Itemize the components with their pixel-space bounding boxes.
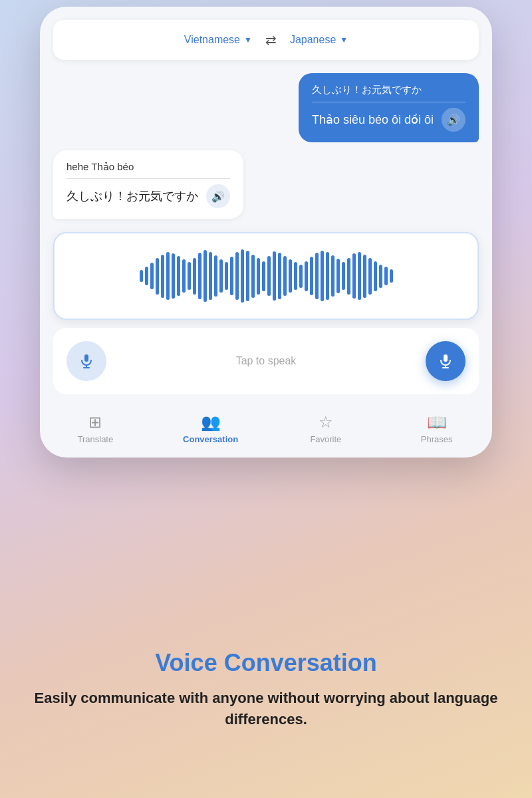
waveform-bar <box>331 255 334 297</box>
left-mic-icon <box>78 353 94 369</box>
waveform-bar <box>289 259 292 293</box>
waveform-bar <box>336 259 340 293</box>
footer-subtitle: Easily communicate with anyone without w… <box>27 688 505 730</box>
translate-icon: ⊞ <box>88 413 102 432</box>
waveform-bar <box>156 258 159 295</box>
sent-translated-row: Thảo siêu béo ôi dồi ôi 🔊 <box>312 108 466 132</box>
waveform-bar <box>374 261 377 291</box>
sent-message-bubble: 久しぶり！お元気ですか Thảo siêu béo ôi dồi ôi 🔊 <box>299 73 479 142</box>
footer-title: Voice Conversation <box>27 649 505 677</box>
waveform-bar <box>209 252 212 300</box>
tab-translate[interactable]: ⊞ Translate <box>72 413 118 444</box>
waveform-bar <box>262 261 265 291</box>
mic-row: Tap to speak <box>66 341 466 381</box>
waveform-bar <box>273 251 276 301</box>
waveform-bar <box>150 263 154 289</box>
phrases-icon: 📖 <box>427 413 447 432</box>
waveform-bar <box>182 259 186 293</box>
received-translated-row: 久しぶり！お元気ですか 🔊 <box>66 184 230 208</box>
waveform-bar <box>379 265 382 288</box>
received-translated-text: 久しぶり！お元気ですか <box>66 188 198 204</box>
waveform-container <box>53 232 479 320</box>
waveform-bar <box>305 261 308 291</box>
right-mic-button[interactable] <box>426 341 466 381</box>
conversation-icon: 👥 <box>201 413 221 432</box>
waveform-bar <box>299 265 303 288</box>
received-original-text: hehe Thảo béo <box>66 161 230 179</box>
waveform-bar <box>278 253 281 299</box>
waveform-bar <box>140 270 143 282</box>
target-language-label: Japanese <box>290 34 336 46</box>
source-language-btn[interactable]: Vietnamese ▼ <box>184 34 252 46</box>
waveform-bar <box>177 256 180 296</box>
waveform-bar <box>352 253 356 299</box>
waveform-bar <box>363 255 366 298</box>
sent-translated-text: Thảo siêu béo ôi dồi ôi <box>312 112 434 127</box>
received-speaker-icon: 🔊 <box>211 190 225 203</box>
waveform-bar <box>267 256 271 296</box>
waveform-bar <box>214 255 217 297</box>
left-mic-button[interactable] <box>66 341 106 381</box>
waveform-bar <box>198 253 201 299</box>
waveform-bar <box>166 252 170 300</box>
received-speaker-button[interactable]: 🔊 <box>206 184 230 208</box>
target-language-btn[interactable]: Japanese ▼ <box>290 34 348 46</box>
tab-phrases-label: Phrases <box>421 434 453 444</box>
waveform-bar <box>310 257 313 295</box>
waveform-bar <box>390 269 393 283</box>
waveform-bar <box>315 253 319 299</box>
language-selector: Vietnamese ▼ ⇄ Japanese ▼ <box>53 20 479 60</box>
sent-speaker-button[interactable]: 🔊 <box>442 108 466 132</box>
waveform-bar <box>358 252 361 300</box>
sent-speaker-icon: 🔊 <box>447 114 460 126</box>
favorite-icon: ☆ <box>319 413 333 432</box>
waveform-bar <box>368 258 372 295</box>
phone-area: Vietnamese ▼ ⇄ Japanese ▼ 久しぶり！お元気ですか Th… <box>0 0 532 625</box>
sent-original-text: 久しぶり！お元気ですか <box>312 84 466 102</box>
waveform-bar <box>347 258 350 295</box>
waveform-bar <box>193 258 196 295</box>
tab-phrases[interactable]: 📖 Phrases <box>414 413 460 444</box>
footer-section: Voice Conversation Easily communicate wi… <box>0 625 532 743</box>
tab-favorite-label: Favorite <box>310 434 341 444</box>
tap-to-speak-label: Tap to speak <box>122 355 410 367</box>
waveform-bar <box>257 258 260 295</box>
chat-area: 久しぶり！お元気ですか Thảo siêu béo ôi dồi ôi 🔊 he… <box>40 68 492 227</box>
bottom-controls: Tap to speak <box>53 328 479 394</box>
source-language-chevron: ▼ <box>244 35 252 45</box>
waveform-bar <box>246 251 249 301</box>
waveform-bar <box>326 252 329 300</box>
target-language-chevron: ▼ <box>340 35 348 45</box>
waveform-bar <box>161 255 164 298</box>
swap-languages-icon[interactable]: ⇄ <box>265 32 277 48</box>
svg-rect-0 <box>84 354 88 362</box>
waveform-bar <box>230 257 233 295</box>
waveform-bar <box>384 267 388 285</box>
waveform-bar <box>241 249 244 303</box>
tab-translate-label: Translate <box>78 434 114 444</box>
tab-bar: ⊞ Translate 👥 Conversation ☆ Favorite 📖 … <box>40 402 492 458</box>
source-language-label: Vietnamese <box>184 34 240 46</box>
waveform-bar <box>172 253 175 299</box>
tab-conversation[interactable]: 👥 Conversation <box>183 413 238 444</box>
waveform-bar <box>188 262 191 290</box>
waveform-bar <box>342 262 345 290</box>
waveform-bar <box>203 250 207 302</box>
waveform-bar <box>235 252 239 300</box>
received-message-bubble: hehe Thảo béo 久しぶり！お元気ですか 🔊 <box>53 150 243 219</box>
waveform-bar <box>251 255 255 298</box>
waveform-bar <box>321 251 324 301</box>
waveform-bar <box>145 267 148 285</box>
audio-waveform <box>68 249 464 303</box>
waveform-bar <box>283 256 287 296</box>
waveform-bar <box>294 262 297 290</box>
tab-conversation-label: Conversation <box>183 434 238 444</box>
tab-favorite[interactable]: ☆ Favorite <box>303 413 349 444</box>
svg-rect-3 <box>444 354 448 362</box>
right-mic-icon <box>438 353 454 369</box>
waveform-bar <box>225 262 228 290</box>
phone-card: Vietnamese ▼ ⇄ Japanese ▼ 久しぶり！お元気ですか Th… <box>40 7 492 458</box>
waveform-bar <box>219 259 223 293</box>
